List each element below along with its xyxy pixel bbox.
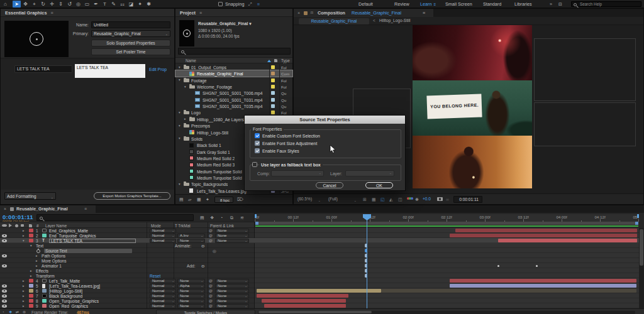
breadcrumb-other-tab[interactable]: Hilltop_Logo-Still [379, 18, 410, 23]
render-queue-icon[interactable]: ◔ [2, 310, 4, 314]
timeline-property-row[interactable]: ▸Animator 1Add:⊙ [0, 263, 639, 268]
twisty-icon[interactable]: ▸ [30, 269, 32, 273]
timeline-property-row[interactable]: ▸More Options [0, 258, 639, 263]
visibility-eye-icon[interactable] [2, 234, 7, 237]
project-tree-item[interactable]: ▾Welcome_FootageFol [175, 84, 292, 90]
project-tree-item[interactable]: Reusable_Graphic_FinalCom [175, 70, 292, 77]
guides-icon[interactable]: ◫ [398, 197, 402, 202]
reset-link[interactable]: Reset [150, 274, 160, 278]
twisty-icon[interactable]: ▾ [30, 244, 32, 247]
label-color-chip[interactable] [271, 78, 275, 82]
show-snapshot-icon[interactable]: ∞ [446, 197, 449, 202]
project-tree-item[interactable]: ▾FootageFol [175, 77, 292, 84]
exposure-value[interactable]: +0.0 [423, 197, 431, 201]
workspace-standard[interactable]: Standard [483, 0, 501, 8]
use-layer-fallback-checkbox[interactable] [252, 162, 257, 167]
clone-stamp-tool[interactable]: ⚏ [118, 1, 126, 8]
parent-link-dropdown[interactable]: None⌄ [215, 284, 249, 288]
magnification-dropdown[interactable]: (60.5%)⌄ [297, 196, 323, 203]
layer-name[interactable]: Black Background [49, 294, 82, 298]
twisty-icon[interactable]: ▸ [23, 289, 25, 293]
keyframe[interactable] [497, 265, 499, 267]
twisty-icon[interactable]: ▸ [23, 299, 25, 303]
label-color-chip[interactable] [29, 294, 33, 298]
property-name-field[interactable]: LET'S TALK TEA [14, 65, 72, 73]
twisty-icon[interactable]: ▾ [179, 182, 180, 187]
panel-menu-icon[interactable]: ≡ [51, 11, 53, 15]
timeline-property-row[interactable]: Source Text◎ [0, 248, 639, 253]
label-color-chip[interactable] [29, 284, 33, 288]
track-matte-dropdown[interactable]: Alpha⌄ [177, 284, 205, 288]
enable-font-size-checkbox[interactable] [255, 141, 260, 146]
blend-mode-dropdown[interactable]: Normal⌄ [150, 239, 176, 243]
pick-whip-icon[interactable]: @ [209, 239, 213, 243]
blend-mode-dropdown[interactable]: Normal⌄ [150, 229, 176, 233]
label-color-chip[interactable] [29, 234, 33, 238]
label-color-chip[interactable] [271, 91, 275, 95]
visibility-eye-icon[interactable] [2, 264, 7, 268]
track-matte-dropdown[interactable]: None⌄ [177, 239, 205, 243]
label-color-chip[interactable] [271, 104, 275, 108]
layer-duration-bar[interactable] [262, 299, 346, 303]
workspace-default[interactable]: Default [358, 0, 373, 8]
layer-duration-bar[interactable] [264, 304, 346, 308]
timeline-layer-row[interactable]: ▸2End_Turquoise_GraphicsNormal⌄A.Inv⌄@No… [0, 233, 639, 238]
roto-brush-tool[interactable]: ✦ [136, 1, 144, 8]
timeline-layer-row[interactable]: ▸5[Let's_Talk_Tea-Leaves.jpg]Normal⌄Alph… [0, 283, 639, 288]
layer-duration-bar[interactable] [450, 284, 636, 288]
ok-button[interactable]: OK [365, 182, 393, 188]
timeline-layer-row[interactable]: ▸8Open_Turquoise_GraphicsNormal⌄None⌄@No… [0, 298, 639, 303]
workspace-bar-icon[interactable]: ⊟ [558, 1, 562, 7]
property-name[interactable]: Effects [36, 269, 48, 273]
visibility-eye-icon[interactable] [2, 300, 7, 303]
snapshot-camera-icon[interactable] [437, 197, 443, 201]
twisty-icon[interactable]: ▾ [179, 111, 180, 115]
twisty-icon[interactable]: ▾ [179, 136, 180, 141]
breadcrumb-active-tab[interactable]: Reusable_Graphic_Final [299, 18, 369, 24]
solo-supported-properties-button[interactable]: Solo Supported Properties [91, 40, 170, 46]
zoom-tool[interactable]: ⌖ [30, 1, 38, 8]
region-of-interest-icon[interactable]: ◱ [380, 197, 385, 202]
cancel-button[interactable]: Cancel [316, 182, 343, 188]
essential-graphics-header[interactable]: Essential Graphics≡ [1, 9, 174, 17]
parent-link-dropdown[interactable]: None⌄ [215, 299, 249, 303]
export-motion-graphics-template-button[interactable]: Export Motion Graphics Template... [94, 192, 170, 200]
track-matte-dropdown[interactable]: None⌄ [177, 294, 205, 298]
composition-tab[interactable]: × ⌑ Composition Reusable_Graphic_Final ≡ [294, 9, 433, 17]
label-color-chip[interactable] [29, 304, 33, 308]
twisty-icon[interactable]: ▸ [23, 279, 25, 283]
track-matte-dropdown[interactable]: A.Inv⌄ [177, 234, 205, 238]
parent-link-dropdown[interactable]: None⌄ [215, 229, 249, 233]
scrollbar-thumb[interactable] [640, 229, 643, 266]
label-color-chip[interactable] [271, 98, 275, 102]
layer-duration-bar[interactable] [455, 229, 637, 233]
workspace-libraries[interactable]: Libraries [514, 0, 532, 8]
interpret-footage-icon[interactable]: ▤ [179, 197, 184, 202]
twisty-icon[interactable]: ▾ [184, 85, 186, 89]
pick-whip-icon[interactable]: @ [209, 304, 213, 308]
dolly-camera-tool[interactable]: ⇕ [57, 1, 65, 8]
orbit-camera-tool[interactable]: ↻ [39, 1, 47, 8]
twisty-icon[interactable]: ▸ [23, 229, 25, 232]
workspace-menu-icon[interactable]: ≡ [433, 3, 436, 6]
enable-faux-styles-checkbox[interactable] [255, 148, 260, 153]
help-search-input[interactable]: Search Help [571, 1, 641, 7]
snap-features-icon[interactable]: ⌗ [257, 1, 260, 7]
home-tool[interactable]: ⌂ [1, 1, 9, 8]
resolution-dropdown[interactable]: (Full)⌄ [323, 196, 358, 203]
pick-whip-icon[interactable]: @ [209, 299, 213, 303]
expression-value-icon[interactable]: ◎ [213, 249, 216, 253]
primary-comp-dropdown[interactable]: Reusable_Graphic_Final⌄ [91, 30, 170, 37]
pick-whip-icon[interactable]: @ [209, 294, 213, 298]
visibility-eye-icon[interactable] [2, 305, 7, 308]
panel-menu-icon[interactable]: ≡ [423, 9, 425, 17]
source-text-value-box[interactable]: LET'S TALK TEA [75, 64, 145, 78]
layer-name[interactable]: Open_Turquoise_Graphics [49, 299, 99, 303]
gpu-preview-icon[interactable]: ❖ [9, 310, 12, 314]
keyframe[interactable] [536, 265, 538, 267]
track-matte-dropdown[interactable]: None⌄ [177, 289, 205, 293]
brush-tool[interactable]: ✎ [109, 1, 118, 8]
project-tree-item[interactable]: SHGN7_S001_S001_T035.mp4Qu [175, 103, 292, 109]
timecode-display[interactable]: 0:00:01:11 [453, 196, 482, 203]
label-color-chip[interactable] [29, 279, 33, 283]
